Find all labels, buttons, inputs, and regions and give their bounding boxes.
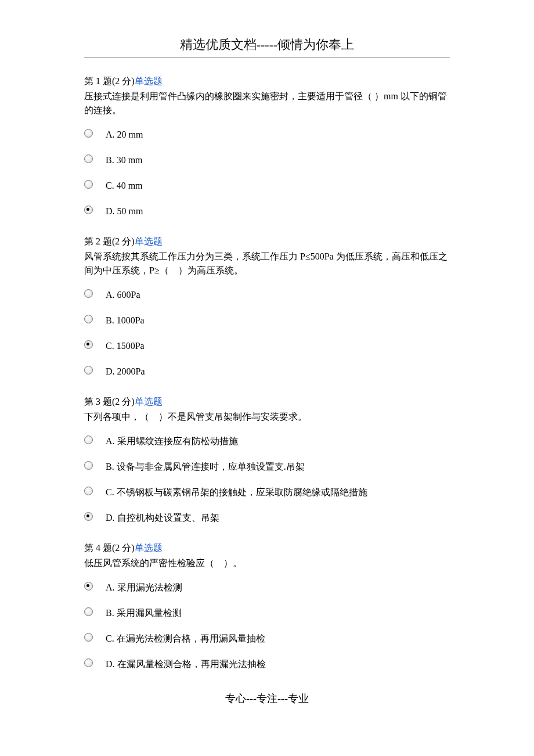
option-d[interactable]: D. 自控机构处设置支、吊架 [84, 511, 450, 525]
question-number: 第 2 题 [84, 236, 112, 246]
options-group: A. 采用螺纹连接应有防松动措施 B. 设备与非金属风管连接时，应单独设置支.吊… [84, 429, 450, 531]
option-b[interactable]: B. 1000Pa [84, 314, 450, 327]
radio-icon[interactable] [84, 658, 93, 667]
option-a[interactable]: A. 600Pa [84, 288, 450, 302]
option-d[interactable]: D. 在漏风量检测合格，再用漏光法抽检 [84, 657, 450, 671]
option-label: B. 设备与非金属风管连接时，应单独设置支.吊架 [106, 460, 305, 474]
option-c[interactable]: C. 在漏光法检测合格，再用漏风量抽检 [84, 632, 450, 646]
option-label: B. 采用漏风量检测 [106, 606, 182, 620]
option-label: A. 采用螺纹连接应有防松动措施 [106, 434, 238, 448]
option-label: B. 30 mm [106, 153, 143, 167]
option-label: C. 在漏光法检测合格，再用漏风量抽检 [106, 632, 265, 646]
question-type: 单选题 [135, 397, 163, 406]
question-body: 低压风管系统的严密性检验应（ ）。 [84, 556, 450, 570]
option-label: C. 40 mm [106, 179, 143, 193]
question-type: 单选题 [135, 543, 163, 553]
option-a[interactable]: A. 采用螺纹连接应有防松动措施 [84, 434, 450, 448]
question-points: (2 分) [112, 543, 135, 553]
radio-icon[interactable] [84, 512, 93, 521]
question-block: 第 3 题(2 分)单选题 下列各项中，（ ）不是风管支吊架制作与安装要求。 A… [84, 395, 450, 531]
question-block: 第 1 题(2 分)单选题 压接式连接是利用管件凸缘内的橡胶圈来实施密封，主要适… [84, 74, 450, 224]
question-body: 风管系统按其系统工作压力分为三类，系统工作压力 P≤500Pa 为低压系统，高压… [84, 250, 450, 278]
radio-icon[interactable] [84, 340, 93, 349]
page-footer: 专心---专注---专业 [84, 691, 450, 707]
question-body: 下列各项中，（ ）不是风管支吊架制作与安装要求。 [84, 410, 450, 424]
page-header: 精选优质文档-----倾情为你奉上 [84, 35, 450, 58]
question-header: 第 4 题(2 分)单选题 [84, 541, 450, 555]
option-label: C. 1500Pa [106, 339, 145, 353]
radio-icon[interactable] [84, 315, 93, 323]
radio-icon[interactable] [84, 582, 93, 591]
question-points: (2 分) [112, 397, 135, 406]
question-header: 第 2 题(2 分)单选题 [84, 235, 450, 249]
radio-icon[interactable] [84, 206, 93, 214]
radio-icon[interactable] [84, 435, 93, 444]
option-c[interactable]: C. 1500Pa [84, 339, 450, 353]
radio-icon[interactable] [84, 633, 93, 642]
question-header: 第 3 题(2 分)单选题 [84, 395, 450, 409]
option-b[interactable]: B. 采用漏风量检测 [84, 606, 450, 620]
option-label: D. 自控机构处设置支、吊架 [106, 511, 219, 525]
radio-icon[interactable] [84, 487, 93, 495]
radio-icon[interactable] [84, 607, 93, 616]
radio-icon[interactable] [84, 289, 93, 298]
option-c[interactable]: C. 不锈钢板与碳素钢吊架的接触处，应采取防腐绝缘或隔绝措施 [84, 485, 450, 499]
option-label: A. 20 mm [106, 128, 143, 142]
question-points: (2 分) [112, 76, 135, 86]
question-type: 单选题 [135, 236, 163, 246]
question-body: 压接式连接是利用管件凸缘内的橡胶圈来实施密封，主要适用于管径（ ）mm 以下的铜… [84, 89, 450, 117]
option-label: D. 2000Pa [106, 365, 145, 379]
options-group: A. 采用漏光法检测 B. 采用漏风量检测 C. 在漏光法检测合格，再用漏风量抽… [84, 575, 450, 677]
option-b[interactable]: B. 设备与非金属风管连接时，应单独设置支.吊架 [84, 460, 450, 474]
option-label: A. 600Pa [106, 288, 140, 302]
option-c[interactable]: C. 40 mm [84, 179, 450, 193]
question-header: 第 1 题(2 分)单选题 [84, 74, 450, 88]
radio-icon[interactable] [84, 180, 93, 189]
option-label: B. 1000Pa [106, 314, 145, 327]
question-type: 单选题 [135, 76, 163, 86]
question-block: 第 2 题(2 分)单选题 风管系统按其系统工作压力分为三类，系统工作压力 P≤… [84, 235, 450, 384]
radio-icon[interactable] [84, 129, 93, 138]
question-points: (2 分) [112, 236, 135, 246]
question-block: 第 4 题(2 分)单选题 低压风管系统的严密性检验应（ ）。 A. 采用漏光法… [84, 541, 450, 677]
question-number: 第 4 题 [84, 543, 112, 553]
document-page: 精选优质文档-----倾情为你奉上 第 1 题(2 分)单选题 压接式连接是利用… [0, 0, 534, 730]
option-a[interactable]: A. 采用漏光法检测 [84, 581, 450, 595]
option-b[interactable]: B. 30 mm [84, 153, 450, 167]
question-number: 第 1 题 [84, 76, 112, 86]
option-label: C. 不锈钢板与碳素钢吊架的接触处，应采取防腐绝缘或隔绝措施 [106, 485, 367, 499]
option-a[interactable]: A. 20 mm [84, 128, 450, 142]
option-d[interactable]: D. 2000Pa [84, 365, 450, 379]
option-label: A. 采用漏光法检测 [106, 581, 182, 595]
radio-icon[interactable] [84, 366, 93, 375]
radio-icon[interactable] [84, 154, 93, 163]
option-label: D. 50 mm [106, 204, 143, 218]
option-label: D. 在漏风量检测合格，再用漏光法抽检 [106, 657, 266, 671]
options-group: A. 600Pa B. 1000Pa C. 1500Pa D. 2000Pa [84, 282, 450, 384]
question-number: 第 3 题 [84, 397, 112, 406]
options-group: A. 20 mm B. 30 mm C. 40 mm D. 50 mm [84, 122, 450, 224]
option-d[interactable]: D. 50 mm [84, 204, 450, 218]
radio-icon[interactable] [84, 461, 93, 470]
